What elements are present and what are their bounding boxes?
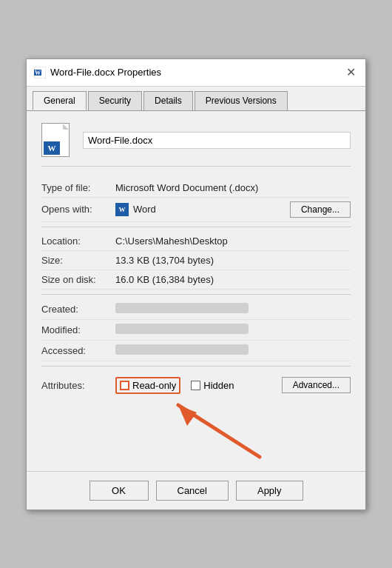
file-header: W	[41, 123, 351, 167]
hidden-checkbox[interactable]	[191, 381, 200, 390]
properties-dialog: W Word-File.docx Properties ✕ General Se…	[26, 59, 366, 510]
attributes-label: Attributes:	[41, 380, 115, 391]
filename-input[interactable]	[83, 132, 351, 149]
modified-blurred	[115, 324, 249, 334]
size-disk-value: 16.0 KB (16,384 bytes)	[115, 274, 351, 285]
created-label: Created:	[41, 304, 115, 315]
hidden-text: Hidden	[203, 380, 234, 391]
attributes-row: Attributes: Read-only Hidden Advanced...	[41, 371, 351, 400]
opens-with-content: W Word Change...	[115, 201, 351, 218]
accessed-value	[115, 344, 351, 357]
cancel-button[interactable]: Cancel	[156, 481, 229, 501]
word-badge: W	[44, 141, 60, 155]
close-button[interactable]: ✕	[343, 65, 358, 80]
hidden-checkbox-label[interactable]: Hidden	[191, 380, 234, 391]
type-label: Type of file:	[41, 182, 115, 193]
readonly-checkbox[interactable]	[120, 381, 129, 390]
apply-button[interactable]: Apply	[236, 481, 303, 501]
location-label: Location:	[41, 235, 115, 247]
tab-general[interactable]: General	[33, 91, 87, 110]
modified-value	[115, 324, 351, 336]
title-bar: W Word-File.docx Properties ✕	[27, 59, 365, 87]
title-bar-left: W Word-File.docx Properties	[34, 67, 161, 78]
accessed-row: Accessed:	[41, 341, 351, 361]
opens-with-row: Opens with: W Word Change...	[41, 198, 351, 222]
accessed-blurred	[115, 344, 249, 355]
location-row: Location: C:\Users\Mahesh\Desktop	[41, 232, 351, 251]
created-value	[115, 303, 351, 315]
divider-3	[41, 366, 351, 367]
advanced-button[interactable]: Advanced...	[282, 377, 351, 393]
created-blurred	[115, 303, 249, 313]
type-row: Type of file: Microsoft Word Document (.…	[41, 178, 351, 198]
opens-label: Opens with:	[41, 204, 115, 215]
tab-previous-versions[interactable]: Previous Versions	[195, 91, 288, 110]
size-value: 13.3 KB (13,704 bytes)	[115, 255, 351, 266]
size-disk-label: Size on disk:	[41, 274, 115, 285]
svg-marker-4	[178, 405, 197, 426]
opens-app: Word	[133, 204, 290, 215]
modified-label: Modified:	[41, 324, 115, 335]
tab-content: W Type of file: Microsoft Word Document …	[27, 111, 365, 471]
readonly-checkbox-label[interactable]: Read-only	[115, 377, 180, 394]
tab-details[interactable]: Details	[143, 91, 193, 110]
tab-bar: General Security Details Previous Versio…	[27, 87, 365, 111]
properties-table: Type of file: Microsoft Word Document (.…	[41, 178, 351, 400]
word-small-icon: W	[115, 203, 129, 216]
size-disk-row: Size on disk: 16.0 KB (16,384 bytes)	[41, 270, 351, 290]
modified-row: Modified:	[41, 320, 351, 341]
size-row: Size: 13.3 KB (13,704 bytes)	[41, 251, 351, 270]
ok-button[interactable]: OK	[89, 481, 149, 501]
created-row: Created:	[41, 299, 351, 320]
attributes-controls: Read-only Hidden Advanced...	[115, 377, 351, 394]
arrow-annotation	[41, 400, 351, 459]
divider-1	[41, 227, 351, 227]
tab-security[interactable]: Security	[88, 91, 142, 110]
bottom-bar: OK Cancel Apply	[27, 471, 365, 509]
type-value: Microsoft Word Document (.docx)	[115, 182, 351, 193]
dialog-title: Word-File.docx Properties	[50, 67, 161, 78]
location-value: C:\Users\Mahesh\Desktop	[115, 235, 351, 247]
change-button[interactable]: Change...	[290, 201, 351, 218]
divider-2	[41, 294, 351, 295]
file-type-icon: W	[41, 123, 72, 158]
title-word-icon: W	[34, 67, 46, 78]
svg-text:W: W	[35, 70, 41, 76]
readonly-text: Read-only	[132, 380, 176, 391]
red-arrow-icon	[156, 398, 289, 467]
accessed-label: Accessed:	[41, 345, 115, 356]
size-label: Size:	[41, 255, 115, 266]
